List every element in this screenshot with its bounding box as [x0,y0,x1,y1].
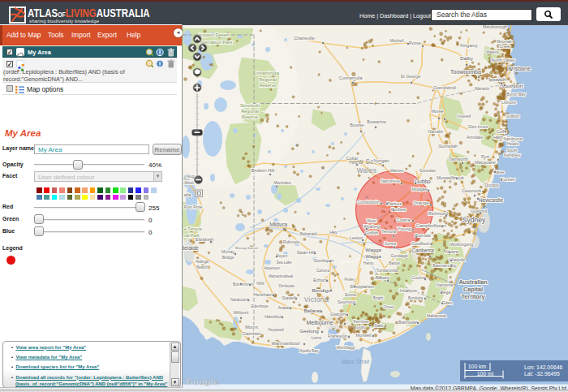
svg-text:Gully: Gully [356,325,366,330]
svg-text:Toowoomba: Toowoomba [450,69,481,75]
svg-text:Bombala: Bombala [408,296,423,300]
svg-text:Horsham: Horsham [253,292,273,297]
svg-text:Capital: Capital [463,286,483,293]
svg-text:Ferntree: Ferntree [353,319,368,324]
svg-text:Goulburn: Goulburn [411,241,431,246]
svg-text:Melbourne: Melbourne [306,320,333,325]
svg-text:Cunnamulla: Cunnamulla [338,75,363,80]
svg-text:Bass Strait: Bass Strait [342,359,370,364]
svg-text:Lat: -32.96495: Lat: -32.96495 [524,371,560,377]
svg-text:Wollongong: Wollongong [450,242,474,247]
svg-text:Narromine: Narromine [381,179,400,183]
svg-text:Bourke: Bourke [350,123,364,127]
svg-text:Murray-Sunset: Murray-Sunset [235,246,259,250]
svg-text:Sale: Sale [375,323,384,328]
svg-text:Hamilton: Hamilton [265,314,282,319]
svg-text:Seymour: Seymour [338,299,355,304]
svg-text:Temora: Temora [381,229,397,234]
svg-text:Bairnsdale: Bairnsdale [398,320,420,325]
svg-text:Gundagai: Gundagai [391,254,408,258]
svg-text:impson Desert: impson Desert [199,32,230,37]
svg-text:West: West [184,180,194,185]
svg-text:Jindabyne: Jindabyne [399,289,417,293]
svg-text:Batlow: Batlow [389,261,400,265]
svg-text:Ararat: Ararat [278,305,290,310]
svg-text:100 km: 100 km [468,364,487,369]
svg-text:Maleny: Maleny [486,50,499,54]
svg-text:Geelong: Geelong [299,328,319,334]
svg-text:West: West [367,218,377,223]
svg-text:Warrnambool: Warrnambool [272,341,300,346]
svg-text:Warwick: Warwick [475,87,490,91]
svg-text:Dungog: Dungog [485,183,499,187]
svg-text:Gambier: Gambier [243,331,260,336]
svg-text:Wonthaggi: Wonthaggi [337,346,355,350]
svg-text:Byron Bay: Byron Bay [506,92,526,97]
svg-text:Roma: Roma [409,41,422,45]
svg-text:Ballarat: Ballarat [303,308,321,313]
svg-text:delaide: delaide [183,245,199,251]
svg-text:Forster: Forster [501,177,514,182]
svg-text:Apollo Bay: Apollo Bay [299,349,319,353]
svg-text:Bendigo: Bendigo [312,287,331,293]
svg-text:Robinvale: Robinvale [283,240,300,244]
svg-text:Canberra: Canberra [411,248,434,253]
svg-text:Bright: Bright [373,296,384,300]
svg-text:Edenhope: Edenhope [251,304,269,308]
svg-text:Goondiwindi: Goondiwindi [433,85,456,90]
svg-text:Grafton: Grafton [506,114,520,118]
svg-text:Macquarie: Macquarie [475,160,495,165]
svg-text:Inverell: Inverell [458,114,471,118]
svg-text:Hopetoun: Hopetoun [264,266,280,270]
svg-text:Wales: Wales [357,167,377,174]
svg-text:e Torrens: e Torrens [184,226,202,231]
svg-text:Reserve: Reserve [260,83,276,88]
svg-text:Kempsey: Kempsey [504,153,521,157]
svg-text:Wagga: Wagga [365,247,381,252]
svg-text:Innamincka: Innamincka [256,71,280,75]
svg-text:North Lakes: North Lakes [491,58,515,62]
svg-text:Bridge: Bridge [222,255,235,260]
svg-text:Cobar: Cobar [346,156,359,161]
svg-text:Morwell: Morwell [356,333,372,338]
svg-text:Warren: Warren [390,168,404,173]
svg-text:Australian: Australian [458,278,487,286]
svg-text:Tamworth: Tamworth [449,157,468,162]
svg-text:Cowra: Cowra [397,218,411,222]
svg-text:Regional: Regional [241,109,259,114]
svg-text:Narrabri: Narrabri [428,129,443,134]
svg-text:Beach: Beach [196,265,208,269]
svg-text:Parkes: Parkes [387,201,402,206]
svg-text:Dubbo: Dubbo [415,179,431,184]
svg-text:Territory: Territory [461,293,484,300]
svg-text:Heads: Heads [507,142,519,146]
svg-text:100 mi: 100 mi [477,371,494,377]
svg-text:Maryborough: Maryborough [483,25,507,29]
svg-text:Batemans Bay: Batemans Bay [432,264,457,268]
svg-text:Swan Hill: Swan Hill [297,250,316,255]
svg-text:Ipswich: Ipswich [489,76,506,82]
svg-text:Broken Hill: Broken Hill [252,168,274,173]
svg-text:Creek: Creek [500,45,510,49]
svg-text:Mallacoota: Mallacoota [427,314,446,318]
svg-text:Gisborne: Gisborne [330,312,348,317]
svg-text:Millicent: Millicent [234,310,249,315]
svg-text:Hay: Hay [329,230,338,235]
svg-text:Port: Port [481,154,489,159]
svg-text:Nambucca: Nambucca [503,137,522,141]
svg-text:Lorne: Lorne [312,336,322,340]
svg-text:Mountain: Mountain [497,40,513,44]
svg-text:Omeo: Omeo [383,305,394,309]
svg-text:Finley: Finley [345,278,355,282]
svg-text:Port Pirie: Port Pirie [184,205,202,209]
svg-text:Albury: Albury [375,274,390,280]
svg-text:Google: Google [186,377,219,386]
svg-text:Condobolin: Condobolin [357,200,380,205]
svg-text:Dalby: Dalby [460,55,474,61]
svg-text:Brewarrina: Brewarrina [367,120,386,124]
svg-text:Gunnedah: Gunnedah [438,144,458,149]
svg-text:Griffith: Griffith [365,230,378,235]
svg-text:Nhill: Nhill [256,282,264,286]
svg-text:alla: alla [184,192,191,197]
svg-text:Dunedoo: Dunedoo [420,169,436,173]
